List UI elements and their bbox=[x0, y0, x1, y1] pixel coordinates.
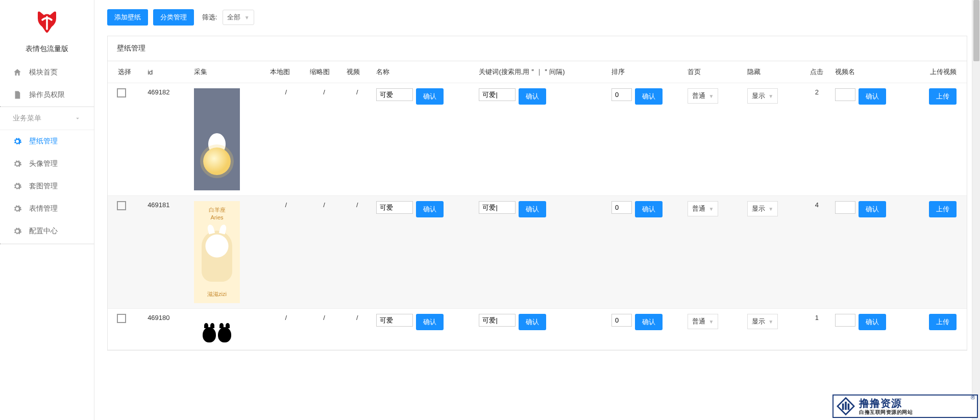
keywords-input[interactable] bbox=[479, 88, 516, 101]
sidebar-item-avatar-mgmt[interactable]: 头像管理 bbox=[0, 153, 94, 175]
app-logo-icon bbox=[32, 8, 62, 38]
wallpaper-table: 选择 id 采集 本地图 缩略图 视频 名称 关键词(搜索用,用＂｜＂间隔) 排… bbox=[108, 61, 967, 350]
caret-down-icon: ▼ bbox=[708, 206, 714, 212]
gear-icon bbox=[13, 204, 22, 213]
keywords-input[interactable] bbox=[479, 314, 516, 327]
upload-video-button[interactable]: 上传 bbox=[929, 88, 957, 105]
registered-mark: ® bbox=[971, 394, 975, 401]
homepage-select[interactable]: 普通▼ bbox=[688, 201, 718, 216]
watermark-logo-icon bbox=[837, 397, 855, 415]
hidden-select[interactable]: 显示▼ bbox=[747, 88, 778, 104]
keywords-input[interactable] bbox=[479, 201, 516, 214]
confirm-sort-button[interactable]: 确认 bbox=[635, 88, 663, 105]
wallpaper-thumbnail[interactable] bbox=[194, 314, 240, 344]
caret-down-icon: ▼ bbox=[708, 93, 714, 99]
gear-icon bbox=[13, 182, 22, 191]
hidden-select-value: 显示 bbox=[752, 204, 765, 213]
confirm-keywords-button[interactable]: 确认 bbox=[519, 201, 546, 217]
app-name: 表情包流量版 bbox=[26, 44, 68, 54]
wallpaper-thumbnail[interactable] bbox=[194, 88, 240, 190]
cell-id: 469182 bbox=[143, 83, 190, 196]
sidebar-item-sticker-mgmt[interactable]: 表情管理 bbox=[0, 197, 94, 220]
main-content: 添加壁纸 分类管理 筛选: 全部 ▼ 壁纸管理 选择 id 采集 本地图 缩略图… bbox=[94, 0, 980, 420]
sort-input[interactable] bbox=[611, 314, 632, 327]
confirm-sort-button[interactable]: 确认 bbox=[635, 314, 663, 330]
row-checkbox[interactable] bbox=[117, 314, 126, 323]
name-input[interactable] bbox=[376, 201, 413, 214]
cell-local: / bbox=[266, 309, 306, 350]
hidden-select[interactable]: 显示▼ bbox=[747, 201, 778, 216]
chevron-down-icon bbox=[74, 115, 81, 122]
confirm-sort-button[interactable]: 确认 bbox=[635, 201, 663, 217]
confirm-name-button[interactable]: 确认 bbox=[416, 314, 444, 330]
filter-select[interactable]: 全部 ▼ bbox=[223, 10, 254, 25]
col-videoname: 视频名 bbox=[831, 61, 914, 83]
cell-clicks: 1 bbox=[803, 309, 831, 350]
sort-input[interactable] bbox=[611, 88, 632, 101]
sidebar-group-business[interactable]: 业务菜单 bbox=[0, 107, 94, 130]
home-icon bbox=[13, 68, 22, 77]
category-mgmt-button[interactable]: 分类管理 bbox=[153, 9, 194, 26]
confirm-keywords-button[interactable]: 确认 bbox=[519, 88, 546, 105]
col-sort: 排序 bbox=[607, 61, 683, 83]
filter-label: 筛选: bbox=[202, 13, 217, 22]
confirm-name-button[interactable]: 确认 bbox=[416, 88, 444, 105]
col-hidden: 隐藏 bbox=[743, 61, 803, 83]
upload-video-button[interactable]: 上传 bbox=[929, 314, 957, 330]
hidden-select-value: 显示 bbox=[752, 317, 765, 326]
caret-down-icon: ▼ bbox=[244, 15, 250, 20]
col-thumbnail: 缩略图 bbox=[306, 61, 342, 83]
cell-clicks: 2 bbox=[803, 83, 831, 196]
sidebar-item-wallpaper-mgmt[interactable]: 壁纸管理 bbox=[0, 130, 94, 153]
sort-input[interactable] bbox=[611, 201, 632, 214]
cell-video: / bbox=[342, 196, 372, 309]
gear-icon bbox=[13, 159, 22, 168]
videoname-input[interactable] bbox=[835, 201, 855, 214]
videoname-input[interactable] bbox=[835, 314, 855, 327]
cell-id: 469180 bbox=[143, 309, 190, 350]
confirm-name-button[interactable]: 确认 bbox=[416, 201, 444, 217]
row-checkbox[interactable] bbox=[117, 201, 126, 210]
cell-video: / bbox=[342, 83, 372, 196]
videoname-input[interactable] bbox=[835, 88, 855, 101]
table-row: 469180///确认确认确认普通▼显示▼1确认上传 bbox=[108, 309, 967, 350]
col-collect: 采集 bbox=[190, 61, 266, 83]
col-local: 本地图 bbox=[266, 61, 306, 83]
name-input[interactable] bbox=[376, 314, 413, 327]
cell-video: / bbox=[342, 309, 372, 350]
sidebar-item-set-mgmt[interactable]: 套图管理 bbox=[0, 175, 94, 197]
add-wallpaper-button[interactable]: 添加壁纸 bbox=[107, 9, 148, 26]
cell-thumbnail: / bbox=[306, 196, 342, 309]
document-icon bbox=[13, 90, 22, 100]
cell-thumbnail: / bbox=[306, 309, 342, 350]
table-row: 469182///确认确认确认普通▼显示▼2确认上传 bbox=[108, 83, 967, 196]
row-checkbox[interactable] bbox=[117, 88, 126, 97]
hidden-select-value: 显示 bbox=[752, 91, 765, 101]
wallpaper-thumbnail[interactable]: 白羊座Aries滋滋zizi bbox=[194, 201, 240, 303]
cell-clicks: 4 bbox=[803, 196, 831, 309]
cell-local: / bbox=[266, 196, 306, 309]
col-upload: 上传视频 bbox=[914, 61, 967, 83]
sidebar-item-label: 模块首页 bbox=[29, 68, 58, 77]
homepage-select[interactable]: 普通▼ bbox=[688, 314, 718, 329]
sidebar-item-module-home[interactable]: 模块首页 bbox=[0, 61, 94, 84]
hidden-select[interactable]: 显示▼ bbox=[747, 314, 778, 329]
watermark-title: 撸撸资源 bbox=[859, 398, 913, 409]
sidebar-group-label: 业务菜单 bbox=[13, 114, 41, 123]
caret-down-icon: ▼ bbox=[768, 93, 773, 99]
confirm-videoname-button[interactable]: 确认 bbox=[859, 88, 886, 105]
col-homepage: 首页 bbox=[683, 61, 743, 83]
sidebar: 表情包流量版 模块首页 操作员权限 业务菜单 壁纸管理 bbox=[0, 0, 94, 420]
sidebar-item-operator-perm[interactable]: 操作员权限 bbox=[0, 84, 94, 106]
confirm-videoname-button[interactable]: 确认 bbox=[859, 314, 886, 330]
toolbar: 添加壁纸 分类管理 筛选: 全部 ▼ bbox=[107, 9, 967, 26]
upload-video-button[interactable]: 上传 bbox=[929, 201, 957, 217]
caret-down-icon: ▼ bbox=[708, 319, 714, 325]
cell-local: / bbox=[266, 83, 306, 196]
confirm-videoname-button[interactable]: 确认 bbox=[859, 201, 886, 217]
homepage-select[interactable]: 普通▼ bbox=[688, 88, 718, 104]
name-input[interactable] bbox=[376, 88, 413, 101]
confirm-keywords-button[interactable]: 确认 bbox=[519, 314, 546, 330]
watermark-badge: 撸撸资源 白撸互联网资源的网站 ® bbox=[832, 394, 978, 418]
sidebar-item-config-center[interactable]: 配置中心 bbox=[0, 220, 94, 242]
